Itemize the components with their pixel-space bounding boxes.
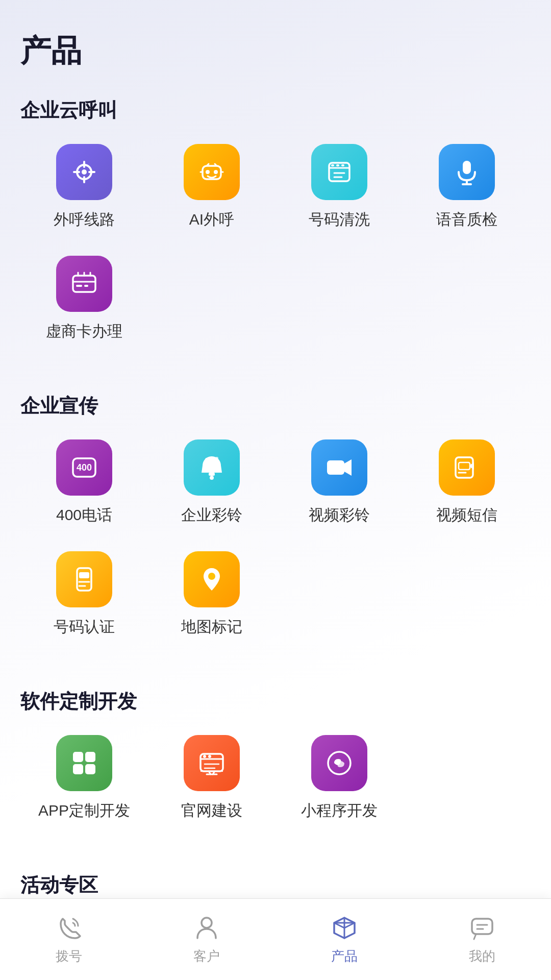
svg-rect-23 [76, 285, 82, 287]
section-title-activity: 活动专区 [20, 872, 531, 898]
icon-video-sms-bg [439, 439, 495, 496]
svg-point-28 [210, 476, 214, 480]
product-video-ringtone[interactable]: 视频彩铃 [276, 439, 403, 526]
icon-grid-software: APP定制开发 [20, 735, 531, 847]
svg-rect-34 [459, 462, 470, 470]
enterprise-ringtone-icon [196, 452, 227, 483]
svg-rect-15 [331, 164, 334, 166]
product-virtual-card[interactable]: 虚商卡办理 [20, 256, 148, 342]
icon-map-mark-bg [184, 551, 240, 607]
svg-point-30 [215, 457, 218, 460]
product-map-mark[interactable]: 地图标记 [148, 551, 276, 638]
icon-grid-cloud: 外呼线路 [20, 144, 531, 368]
product-app-dev[interactable]: APP定制开发 [20, 735, 148, 821]
product-miniprogram-label: 小程序开发 [301, 800, 378, 821]
phone-nav-icon [55, 914, 83, 942]
chat-nav-icon [468, 914, 496, 942]
product-map-mark-label: 地图标记 [181, 617, 242, 638]
icon-grid-promo: 400 400电话 企业彩铃 [20, 439, 531, 663]
product-video-ringtone-label: 视频彩铃 [309, 505, 370, 526]
miniprogram-icon [324, 748, 355, 778]
section-software-dev: 软件定制开发 APP定制开发 [20, 689, 531, 847]
voice-check-icon [452, 157, 482, 187]
product-website-label: 官网建设 [181, 800, 242, 821]
product-outbound-line-label: 外呼线路 [54, 209, 115, 230]
nav-item-dial[interactable]: 拨号 [0, 914, 138, 965]
svg-rect-21 [73, 276, 95, 292]
icon-outbound-line-bg [56, 144, 112, 200]
svg-point-29 [205, 458, 208, 461]
product-number-auth[interactable]: 号码认证 [20, 551, 148, 638]
svg-rect-24 [84, 285, 88, 287]
svg-rect-16 [336, 164, 339, 166]
icon-number-auth-bg [56, 551, 112, 607]
product-voice-check[interactable]: 语音质检 [403, 144, 531, 230]
product-ai-outbound[interactable]: AI外呼 [148, 144, 276, 230]
product-number-clean[interactable]: 号码清洗 [276, 144, 403, 230]
svg-point-70 [202, 918, 212, 928]
icon-website-bg [184, 735, 240, 791]
website-icon [196, 748, 227, 778]
icon-number-clean-bg [311, 144, 367, 200]
bottom-nav: 拨号 客户 产品 我的 [0, 898, 551, 980]
section-enterprise-promo: 企业宣传 400 400电话 [20, 393, 531, 663]
svg-point-5 [82, 169, 87, 175]
product-voice-check-label: 语音质检 [436, 209, 497, 230]
product-phone-400-label: 400电话 [56, 505, 112, 526]
svg-rect-18 [463, 161, 471, 174]
icon-enterprise-ringtone-bg [184, 439, 240, 496]
svg-rect-44 [73, 764, 83, 774]
product-outbound-line[interactable]: 外呼线路 [20, 144, 148, 230]
nav-item-mine[interactable]: 我的 [413, 914, 551, 965]
icon-virtual-card-bg [56, 256, 112, 312]
product-enterprise-ringtone-label: 企业彩铃 [181, 505, 242, 526]
svg-marker-32 [344, 459, 352, 476]
icon-miniprogram-bg [311, 735, 367, 791]
content-area: 产品 企业云呼叫 外呼线路 [0, 0, 551, 980]
svg-rect-27 [209, 473, 215, 476]
product-website[interactable]: 官网建设 [148, 735, 276, 821]
number-clean-icon [324, 157, 355, 187]
product-virtual-card-label: 虚商卡办理 [46, 321, 122, 342]
nav-item-products[interactable]: 产品 [276, 914, 413, 965]
section-title-software: 软件定制开发 [20, 689, 531, 715]
svg-rect-38 [79, 572, 89, 578]
video-ringtone-icon [324, 452, 355, 483]
nav-item-customers[interactable]: 客户 [138, 914, 276, 965]
nav-customers-label: 客户 [193, 947, 220, 965]
product-number-auth-label: 号码认证 [54, 617, 115, 638]
nav-dial-label: 拨号 [56, 947, 82, 965]
product-miniprogram[interactable]: 小程序开发 [276, 735, 403, 821]
svg-rect-31 [327, 460, 344, 475]
product-video-sms[interactable]: 视频短信 [403, 439, 531, 526]
svg-text:400: 400 [77, 462, 92, 473]
svg-point-41 [208, 573, 215, 580]
nav-mine-label: 我的 [469, 947, 495, 965]
svg-rect-17 [341, 164, 344, 166]
product-number-clean-label: 号码清洗 [309, 209, 370, 230]
map-mark-icon [196, 564, 227, 595]
product-phone-400[interactable]: 400 400电话 [20, 439, 148, 526]
app-dev-icon [69, 748, 99, 778]
product-enterprise-ringtone[interactable]: 企业彩铃 [148, 439, 276, 526]
svg-rect-37 [77, 568, 91, 591]
box-nav-icon [330, 914, 359, 942]
outbound-line-icon [69, 157, 99, 187]
section-title-promo: 企业宣传 [20, 393, 531, 419]
product-video-sms-label: 视频短信 [436, 505, 497, 526]
video-sms-icon [452, 452, 482, 483]
svg-point-49 [208, 755, 211, 758]
user-nav-icon [192, 914, 221, 942]
product-ai-outbound-label: AI外呼 [189, 209, 234, 230]
icon-ai-outbound-bg [184, 144, 240, 200]
nav-products-label: 产品 [331, 947, 358, 965]
svg-marker-35 [470, 462, 474, 470]
svg-rect-43 [85, 752, 95, 762]
phone-400-icon: 400 [69, 452, 99, 483]
virtual-card-icon [69, 268, 99, 299]
product-app-dev-label: APP定制开发 [38, 800, 130, 821]
svg-rect-42 [73, 752, 83, 762]
svg-rect-73 [472, 919, 492, 934]
icon-app-dev-bg [56, 735, 112, 791]
page-wrapper: 产品 企业云呼叫 外呼线路 [0, 0, 551, 980]
